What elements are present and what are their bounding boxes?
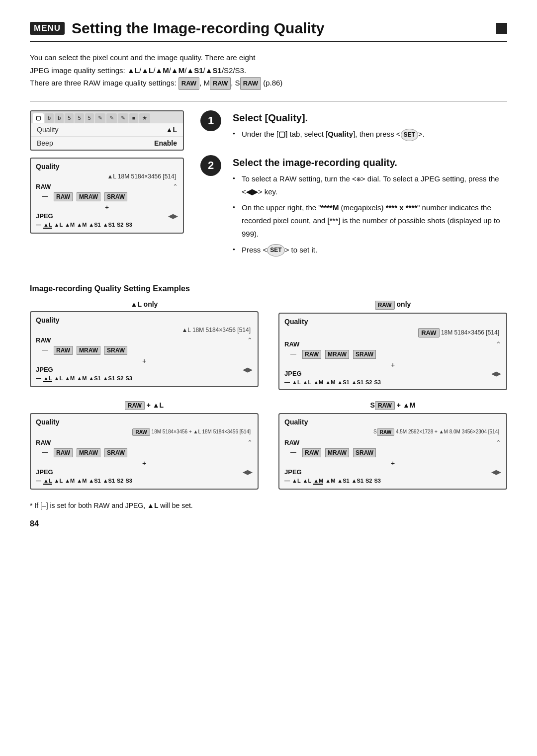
quality-selection-ui: Quality ▲L 18M 5184×3456 [514] RAW ⌃ — R… (30, 158, 184, 234)
jo-am1-raw: ▲M (313, 379, 323, 385)
intro-text: You can select the pixel count and the i… (30, 51, 507, 90)
jpeg-opt-s2[interactable]: S2 (117, 222, 123, 229)
quality-info-raw: RAW 18M 5184×3456 [514] (284, 328, 501, 337)
quality-info-sraw-am: SRAW 4.5M 2592×1728 + ▲M 8.0M 3456×2304 … (284, 428, 501, 436)
ro-dash-ra: — (40, 448, 50, 457)
footer-note: * If [–] is set for both RAW and JPEG, ▲… (30, 502, 507, 509)
raw-opts-raw-al: — RAW MRAW SRAW (36, 448, 253, 457)
quality-title-raw-al: Quality (36, 418, 253, 426)
jpeg-sec-ra: JPEG ◀▶ (36, 468, 253, 476)
ro-raw-raw: RAW (302, 350, 321, 359)
ro-sraw-raw: SRAW (353, 350, 376, 359)
jo-al2-ra: ▲L (54, 478, 63, 485)
step1-circle: 1 (200, 110, 221, 131)
raw-options-al: — RAW MRAW SRAW (40, 346, 127, 355)
cam-tab-star[interactable]: ★ (139, 113, 150, 123)
raw-opt-sraw[interactable]: SRAW (104, 192, 127, 201)
cam-tab-4[interactable]: 5 (65, 113, 74, 123)
raw-badge-ex3: RAW (125, 401, 145, 410)
raw-opts-raw: — RAW MRAW SRAW (284, 350, 501, 359)
raw-badge-2: RAW (210, 77, 231, 90)
jpeg-opt-as1[interactable]: ▲S1 (103, 222, 115, 229)
step2-content: Select the image-recording quality. To s… (233, 155, 507, 260)
ro-dash-al: — (40, 346, 50, 355)
cam-tab-10[interactable]: ■ (129, 113, 139, 123)
info-sraw-badge: RAW (377, 428, 394, 436)
cam-tab-6[interactable]: 5 (85, 113, 94, 123)
jo-as12: ▲S1 (103, 375, 115, 382)
cam-tab-9[interactable]: ✎ (118, 113, 128, 123)
raw-opt-raw[interactable]: RAW (54, 192, 73, 201)
ro-mraw-al: MRAW (77, 346, 100, 355)
cam-tab-3[interactable]: b (55, 113, 64, 123)
jpeg-opt-al[interactable]: ▲L (54, 222, 63, 229)
step1-bullet1: Under the [▢] tab, select [Quality], the… (233, 128, 507, 141)
jo-as11-sa: ▲S1 (337, 478, 349, 485)
jpeg-opt-dash[interactable]: — (36, 222, 41, 229)
jo-am2-raw: ▲M (325, 379, 335, 385)
ro-raw-al: RAW (54, 346, 73, 355)
jpeg-arr-ra: ◀▶ (243, 468, 253, 476)
raw-options-sraw-am: — RAW MRAW SRAW (288, 448, 376, 457)
jpeg-opt-s3[interactable]: S3 (126, 222, 132, 229)
step2-circle: 2 (200, 155, 221, 176)
raw-opts-sraw-am: — RAW MRAW SRAW (284, 448, 501, 457)
divider (30, 101, 507, 101)
raw-arr-al: ⌃ (247, 336, 253, 344)
cam-tab-2[interactable]: b (45, 113, 54, 123)
jo-s3-raw: S3 (374, 379, 381, 385)
raw-arr-raw-al: ⌃ (247, 439, 253, 446)
cam-tab-5[interactable]: 5 (75, 113, 84, 123)
beep-value: Enable (154, 139, 177, 147)
quality-ui-raw: Quality RAW 18M 5184×3456 [514] RAW ⌃ — … (278, 313, 507, 390)
jpeg-lbl-al: JPEG (36, 366, 58, 373)
step1-body: Under the [▢] tab, select [Quality], the… (233, 128, 507, 141)
cam-tab-8[interactable]: ✎ (106, 113, 117, 123)
raw-lbl-sraw-am: RAW (284, 439, 306, 446)
ro-dash-sa: — (288, 448, 298, 457)
jpeg-opts-al: — ▲L ▲L ▲M ▲M ▲S1 ▲S1 S2 S3 (36, 375, 253, 382)
jo-al2-raw: ▲L (303, 379, 312, 385)
example-al-only: ▲L only Quality ▲L 18M 5184×3456 [514] R… (30, 300, 259, 390)
cam-tab-active[interactable]: ▢ (33, 113, 44, 123)
quality-info-raw-al: RAW 18M 5184×3456 + ▲L 18M 5184×3456 [51… (36, 428, 253, 436)
jo-al1-raw: ▲L (292, 379, 301, 385)
jo-dash-al: — (36, 375, 41, 382)
examples-section-heading: Image-recording Quality Setting Examples (30, 284, 507, 293)
camera-row-beep: Beep Enable (31, 137, 183, 150)
page-header: MENU Setting the Image-recording Quality (30, 20, 507, 42)
cam-tab-7[interactable]: ✎ (95, 113, 105, 123)
step2-block: 2 Select the image-recording quality. To… (199, 155, 507, 260)
jpeg-opts-sa: — ▲L ▲L ▲M ▲M ▲S1 ▲S1 S2 S3 (284, 478, 501, 485)
example-raw-al: RAW + ▲L Quality RAW 18M 5184×3456 + ▲L … (30, 401, 259, 490)
quality-label: Quality (37, 126, 59, 134)
jpeg-opt-as1-filled[interactable]: ▲S1 (89, 222, 100, 229)
jpeg-opt-am[interactable]: ▲M (77, 222, 87, 229)
jo-s2: S2 (117, 375, 123, 382)
info-raw-badge-2: RAW (132, 428, 150, 436)
jo-s2-ra: S2 (117, 478, 123, 485)
jo-al2: ▲L (54, 375, 63, 382)
raw-opt-mraw[interactable]: MRAW (77, 192, 100, 201)
raw-opt-dash[interactable]: — (40, 192, 50, 201)
jpeg-opt-al-filled[interactable]: ▲L (43, 222, 52, 229)
jpeg-opt-am-filled[interactable]: ▲M (65, 222, 75, 229)
left-col: ▢ b b 5 5 5 ✎ ✎ ✎ ■ ★ Quality ▲L Beep En… (30, 110, 184, 270)
jpeg-sec-raw: JPEG ◀▶ (284, 370, 501, 377)
ro-dash-raw: — (288, 350, 298, 359)
step2-bullet3: Press <SET> to set it. (233, 244, 507, 257)
raw-options-row: — RAW MRAW SRAW (36, 192, 178, 201)
example-raw-only: RAW only Quality RAW 18M 5184×3456 [514]… (278, 300, 507, 390)
example-raw-al-label: RAW + ▲L (30, 401, 259, 410)
step1-content: Select [Quality]. Under the [▢] tab, sel… (233, 110, 507, 144)
step2-bullet2: On the upper right, the "****M (megapixe… (233, 201, 507, 241)
step1-heading: Select [Quality]. (233, 112, 507, 124)
intro-line1: You can select the pixel count and the i… (30, 53, 255, 62)
jpeg-arr-sa: ◀▶ (491, 468, 501, 476)
info-raw-badge: RAW (418, 328, 439, 337)
raw-options-raw-al: — RAW MRAW SRAW (40, 448, 127, 457)
jo-s2-raw: S2 (365, 379, 372, 385)
jo-as12-raw: ▲S1 (352, 379, 363, 385)
intro-line3: There are three RAW image quality settin… (30, 79, 282, 87)
raw-opts-al: — RAW MRAW SRAW (36, 346, 253, 355)
